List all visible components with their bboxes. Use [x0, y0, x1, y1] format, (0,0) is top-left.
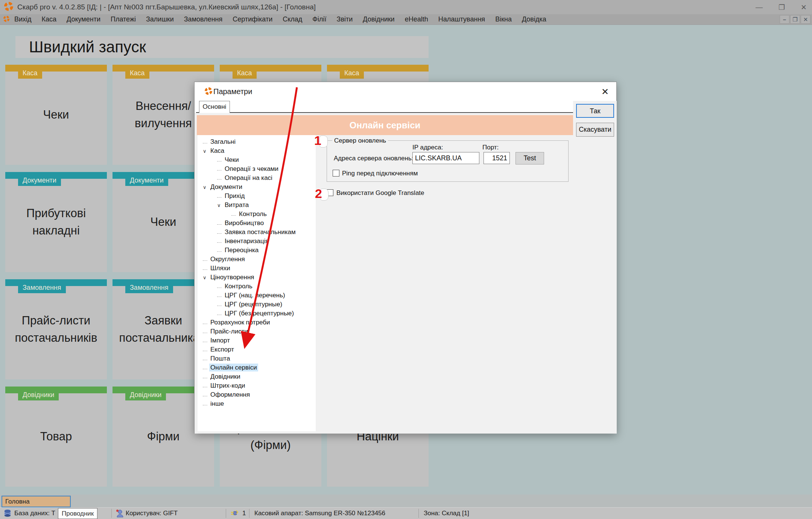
tree-item[interactable]: Заявка постачальникам	[198, 228, 316, 237]
tab-osnovni[interactable]: Основні	[199, 101, 230, 113]
tree-item[interactable]: Контроль	[198, 210, 316, 219]
menu-item-замовлення[interactable]: Замовлення	[184, 15, 223, 23]
tree-item-label-selected[interactable]: Онлайн сервіси	[209, 364, 258, 371]
tree-item-label[interactable]: Операції на касі	[224, 174, 274, 182]
menu-item-філії[interactable]: Філії	[312, 15, 326, 23]
tree-item[interactable]: Контроль	[198, 282, 316, 291]
tree-item-label[interactable]: Переоцінка	[224, 246, 260, 254]
tree-item-label[interactable]: Виробництво	[224, 219, 265, 227]
tree-item-label[interactable]: Шляхи	[209, 264, 231, 272]
restore-icon[interactable]: ❐	[779, 3, 785, 12]
mdi-restore-icon[interactable]: ❐	[790, 15, 800, 24]
tree-item-label[interactable]: Округлення	[209, 255, 246, 263]
tree-item[interactable]: Прихід	[198, 192, 316, 201]
chevron-down-icon[interactable]: ∨	[203, 147, 209, 156]
tree-item-label[interactable]: Прайс-листи	[209, 327, 249, 335]
tree-item[interactable]: Операції на касі	[198, 174, 316, 183]
menu-item-ehealth[interactable]: eHealth	[405, 15, 428, 23]
menu-item-склад[interactable]: Склад	[283, 15, 302, 23]
ok-button[interactable]: Так	[576, 104, 614, 118]
tree-item-label[interactable]: Витрата	[224, 201, 250, 209]
tree-item[interactable]: ∨Ціноутворення	[198, 273, 316, 282]
tree-item[interactable]: ЦРГ (нац. перечень)	[198, 291, 316, 300]
tree-item[interactable]: Оформлення	[198, 390, 316, 399]
menu-item-сертифікати[interactable]: Сертифікати	[233, 15, 272, 23]
tree-item-label[interactable]: Ціноутворення	[209, 273, 255, 281]
tree-item-label[interactable]: Контроль	[224, 282, 254, 290]
mdi-minimize-icon[interactable]: –	[780, 15, 789, 24]
tree-item-label[interactable]: Загальні	[209, 138, 237, 146]
tree-item[interactable]: Інвентаризація	[198, 237, 316, 246]
tree-item-label[interactable]: інше	[209, 400, 225, 408]
ping-checkbox[interactable]	[333, 170, 339, 177]
tree-item-label[interactable]: Операції з чеками	[224, 165, 280, 173]
tree-item-label[interactable]: Розрахунок потреби	[209, 318, 271, 326]
menu-item-вихід[interactable]: Вихід	[14, 15, 32, 23]
tree-item-label[interactable]: Імпорт	[209, 336, 231, 344]
tree-item-label[interactable]: Каса	[209, 147, 225, 155]
tree-item-label[interactable]: Пошта	[209, 355, 231, 362]
tree-item[interactable]: Чеки	[198, 155, 316, 164]
mdi-close-icon[interactable]: ✕	[801, 15, 810, 24]
menu-item-вікна[interactable]: Вікна	[495, 15, 512, 23]
quick-launch-tile[interactable]: ЗамовленняПрайс-листи постачальників	[5, 279, 107, 379]
tree-item[interactable]: ∨Каса	[198, 146, 316, 155]
menu-item-довідка[interactable]: Довідка	[522, 15, 546, 23]
menu-item-звіти[interactable]: Звіти	[337, 15, 353, 23]
tree-item[interactable]: Прайс-листи	[198, 327, 316, 336]
tree-item[interactable]: Пошта	[198, 354, 316, 363]
chevron-down-icon[interactable]: ∨	[217, 201, 224, 210]
chevron-down-icon[interactable]: ∨	[203, 183, 209, 192]
explorer-window-label[interactable]: Проводник	[58, 508, 97, 519]
quick-launch-tile[interactable]: ДокументиПрибуткові накладні	[5, 172, 107, 272]
chevron-down-icon[interactable]: ∨	[203, 273, 209, 282]
tree-item-label[interactable]: ЦРГ (рецептурные)	[224, 300, 283, 308]
menu-item-платежі[interactable]: Платежі	[111, 15, 136, 23]
minimize-icon[interactable]: —	[756, 3, 763, 11]
tree-item[interactable]: інше	[198, 399, 316, 408]
port-input[interactable]	[484, 152, 510, 164]
tree-item[interactable]: Округлення	[198, 255, 316, 264]
test-button[interactable]: Test	[515, 152, 544, 164]
tree-item[interactable]: ЦРГ (рецептурные)	[198, 300, 316, 309]
tree-item-label[interactable]: Інвентаризація	[224, 237, 270, 245]
close-icon[interactable]: ✕	[801, 3, 807, 12]
tree-item[interactable]: Загальні	[198, 137, 316, 146]
tree-item-label[interactable]: ЦРГ (без рецептурные)	[224, 309, 295, 317]
quick-launch-tile[interactable]: КасаЧеки	[5, 65, 107, 165]
tree-item-label[interactable]: Контроль	[238, 210, 268, 218]
menu-item-документи[interactable]: Документи	[67, 15, 100, 23]
dialog-close-icon[interactable]: ✕	[601, 87, 609, 97]
tree-item-label[interactable]: Документи	[209, 183, 243, 191]
menu-item-залишки[interactable]: Залишки	[146, 15, 174, 23]
tree-item-label[interactable]: Довідники	[209, 373, 242, 380]
tab-holovna[interactable]: Головна	[2, 496, 71, 507]
tree-item[interactable]: Онлайн сервіси	[198, 363, 316, 372]
menu-item-налаштування[interactable]: Налаштування	[438, 15, 485, 23]
tree-item[interactable]: Шляхи	[198, 264, 316, 273]
google-translate-label: Використати Google Translate	[336, 189, 424, 197]
menu-item-довідники[interactable]: Довідники	[363, 15, 394, 23]
tree-item[interactable]: Довідники	[198, 372, 316, 381]
quick-launch-tile[interactable]: ДовідникиТовар	[5, 387, 107, 487]
tree-item[interactable]: Штрих-коди	[198, 381, 316, 390]
tree-item-label[interactable]: Прихід	[224, 192, 246, 200]
tree-item[interactable]: Виробництво	[198, 219, 316, 228]
menu-item-каса[interactable]: Каса	[42, 15, 57, 23]
tree-item[interactable]: Переоцінка	[198, 246, 316, 255]
tree-item[interactable]: Операції з чеками	[198, 164, 316, 174]
tree-item-label[interactable]: Чеки	[224, 156, 240, 164]
tree-item[interactable]: ЦРГ (без рецептурные)	[198, 309, 316, 318]
tree-item-label[interactable]: Оформлення	[209, 391, 251, 399]
cancel-button[interactable]: Скасувати	[576, 123, 614, 137]
tree-item[interactable]: ∨Витрата	[198, 201, 316, 210]
tree-item[interactable]: Розрахунок потреби	[198, 318, 316, 327]
tree-item[interactable]: ∨Документи	[198, 183, 316, 192]
tree-item[interactable]: Імпорт	[198, 336, 316, 345]
address-input[interactable]	[412, 152, 479, 164]
tree-item-label[interactable]: ЦРГ (нац. перечень)	[224, 291, 286, 299]
tree-item-label[interactable]: Експорт	[209, 345, 235, 353]
tree-item[interactable]: Експорт	[198, 345, 316, 354]
tree-item-label[interactable]: Заявка постачальникам	[224, 228, 297, 236]
tree-item-label[interactable]: Штрих-коди	[209, 382, 246, 390]
